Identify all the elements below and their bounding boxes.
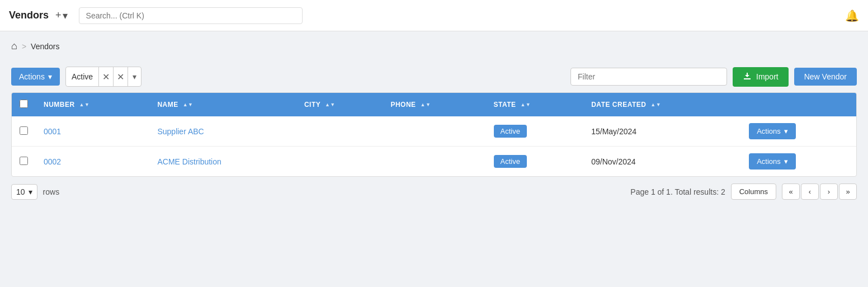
date-sort-icons: ▲▼ <box>650 102 661 107</box>
row-date-2: 09/Nov/2024 <box>583 147 741 177</box>
page-info: Page 1 of 1. Total results: 2 <box>630 187 725 196</box>
table-body: 0001 Supplier ABC Active 15/May/2024 Act… <box>12 116 856 176</box>
plus-icon: + <box>55 10 62 21</box>
last-page-button[interactable]: » <box>839 184 857 200</box>
table-row: 0001 Supplier ABC Active 15/May/2024 Act… <box>12 116 856 147</box>
col-number[interactable]: NUMBER ▲▼ <box>36 93 149 116</box>
row-state-1: Active <box>486 116 584 147</box>
app-title: Vendors <box>9 10 49 21</box>
state-badge: Active <box>494 125 527 138</box>
breadcrumb: ⌂ > Vendors <box>0 31 868 61</box>
row-actions-chevron-icon: ▾ <box>784 157 788 166</box>
row-city-2 <box>296 147 383 177</box>
col-city-label: CITY <box>304 101 320 109</box>
number-sort-icons: ▲▼ <box>79 102 90 107</box>
search-container <box>79 7 455 24</box>
filter-tag-label: Active <box>66 72 98 81</box>
vendor-name-link[interactable]: ACME Distribution <box>157 157 221 166</box>
prev-page-button[interactable]: ‹ <box>801 184 819 200</box>
actions-label: Actions <box>19 72 45 81</box>
row-phone-2 <box>383 147 485 177</box>
next-page-button[interactable]: › <box>820 184 838 200</box>
active-filter-tag: Active ✕ ✕ ▾ <box>65 67 141 87</box>
filter-tag-close-icon[interactable]: ✕ <box>98 67 113 86</box>
city-sort-icons: ▲▼ <box>325 102 336 107</box>
vendor-date-created: 09/Nov/2024 <box>591 157 635 166</box>
filter-input[interactable] <box>570 68 727 86</box>
row-number-2: 0002 <box>36 147 149 177</box>
col-actions <box>741 93 856 116</box>
col-state[interactable]: STATE ▲▼ <box>486 93 584 116</box>
import-label: Import <box>756 72 779 81</box>
toolbar: Actions ▾ Active ✕ ✕ ▾ Import New Vendor <box>0 61 868 92</box>
row-checkbox-1[interactable] <box>20 126 28 135</box>
import-icon <box>743 72 752 82</box>
breadcrumb-separator: > <box>22 42 26 51</box>
vendor-date-created: 15/May/2024 <box>591 127 636 136</box>
phone-sort-icons: ▲▼ <box>420 102 431 107</box>
col-date-created[interactable]: DATE CREATED ▲▼ <box>583 93 741 116</box>
row-city-1 <box>296 116 383 147</box>
notification-bell-icon[interactable]: 🔔 <box>845 9 859 22</box>
import-button[interactable]: Import <box>733 67 789 87</box>
row-actions-chevron-icon: ▾ <box>784 127 788 135</box>
col-phone-label: PHONE <box>390 101 416 109</box>
footer: 10 ▾ rows Page 1 of 1. Total results: 2 … <box>0 177 868 206</box>
row-actions-button[interactable]: Actions ▾ <box>749 123 796 139</box>
row-checkbox-cell <box>12 147 36 177</box>
table-header-row: NUMBER ▲▼ NAME ▲▼ CITY ▲▼ PHONE ▲▼ STATE <box>12 93 856 116</box>
actions-button[interactable]: Actions ▾ <box>11 68 60 86</box>
col-number-label: NUMBER <box>44 101 75 109</box>
topbar-chevron-icon: ▾ <box>63 10 68 22</box>
home-icon[interactable]: ⌂ <box>11 40 17 52</box>
row-name-2: ACME Distribution <box>149 147 296 177</box>
row-checkbox-cell <box>12 116 36 147</box>
rows-per-page-value: 10 <box>16 187 25 196</box>
name-sort-icons: ▲▼ <box>183 102 194 107</box>
topbar: Vendors + ▾ 🔔 <box>0 0 868 31</box>
row-actions-cell-2: Actions ▾ <box>741 147 856 177</box>
filter-tag-clear-icon[interactable]: ✕ <box>113 67 128 86</box>
vendors-table-container: NUMBER ▲▼ NAME ▲▼ CITY ▲▼ PHONE ▲▼ STATE <box>11 92 857 177</box>
row-actions-button[interactable]: Actions ▾ <box>749 153 796 170</box>
row-phone-1 <box>383 116 485 147</box>
add-vendor-btn[interactable]: + ▾ <box>55 10 68 22</box>
rows-per-page-select[interactable]: 10 ▾ <box>11 184 37 200</box>
new-vendor-button[interactable]: New Vendor <box>794 68 857 86</box>
col-city[interactable]: CITY ▲▼ <box>296 93 383 116</box>
row-checkbox-2[interactable] <box>20 157 28 165</box>
row-actions-label: Actions <box>757 127 781 135</box>
rows-label: rows <box>43 187 60 196</box>
state-badge: Active <box>494 155 527 168</box>
row-name-1: Supplier ABC <box>149 116 296 147</box>
vendors-table: NUMBER ▲▼ NAME ▲▼ CITY ▲▼ PHONE ▲▼ STATE <box>12 93 856 176</box>
pagination-controls: « ‹ › » <box>782 184 857 200</box>
table-row: 0002 ACME Distribution Active 09/Nov/202… <box>12 147 856 177</box>
vendor-number-link[interactable]: 0002 <box>44 157 61 166</box>
filter-tag-chevron-icon[interactable]: ▾ <box>128 67 141 86</box>
actions-chevron-icon: ▾ <box>48 72 52 81</box>
col-state-label: STATE <box>494 101 516 109</box>
col-name-label: NAME <box>157 101 178 109</box>
rows-per-page-chevron-icon: ▾ <box>29 187 32 196</box>
col-phone[interactable]: PHONE ▲▼ <box>383 93 485 116</box>
row-actions-label: Actions <box>757 157 781 166</box>
state-sort-icons: ▲▼ <box>520 102 531 107</box>
first-page-button[interactable]: « <box>782 184 800 200</box>
columns-button[interactable]: Columns <box>731 184 776 200</box>
breadcrumb-current: Vendors <box>31 42 59 51</box>
col-name[interactable]: NAME ▲▼ <box>149 93 296 116</box>
row-state-2: Active <box>486 147 584 177</box>
row-number-1: 0001 <box>36 116 149 147</box>
vendor-name-link[interactable]: Supplier ABC <box>157 127 204 136</box>
row-date-1: 15/May/2024 <box>583 116 741 147</box>
col-date-created-label: DATE CREATED <box>591 101 646 109</box>
row-actions-cell-1: Actions ▾ <box>741 116 856 147</box>
select-all-col <box>12 93 36 116</box>
select-all-checkbox[interactable] <box>20 100 28 108</box>
search-input[interactable] <box>79 7 303 24</box>
vendor-number-link[interactable]: 0001 <box>44 127 61 136</box>
